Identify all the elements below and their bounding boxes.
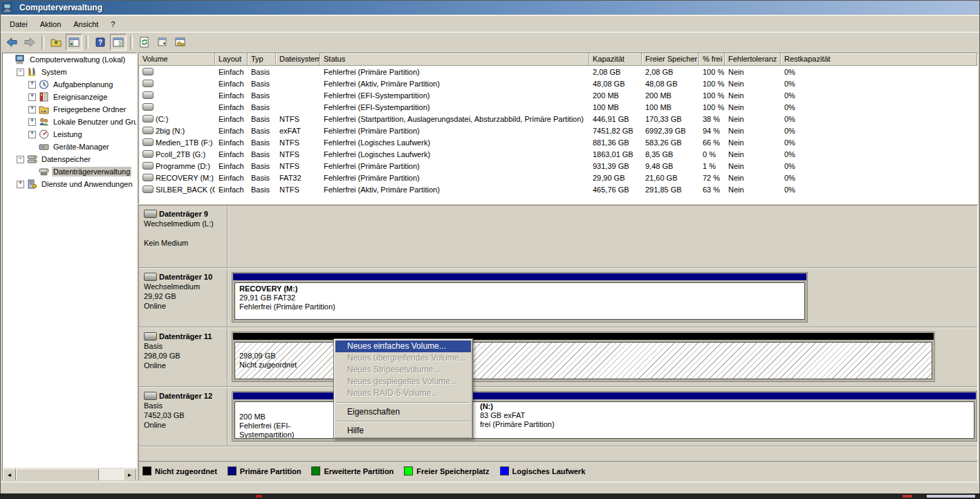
desktop-sliver <box>0 493 980 499</box>
volume-row-recovery-m[interactable]: RECOVERY (M:)EinfachBasisFAT32Fehlerfrei… <box>139 172 977 183</box>
scrollbar-thumb[interactable] <box>16 469 99 481</box>
tree-item-aufgabenplanung[interactable]: +Aufgabenplanung <box>3 78 136 91</box>
volume-row-programme-d[interactable]: Programme (D:)EinfachBasisNTFSFehlerfrei… <box>139 160 977 172</box>
scroll-right-button[interactable]: ► <box>123 469 136 481</box>
help-button[interactable]: ? <box>92 34 109 51</box>
column-header-restkapazit-t[interactable]: Restkapazität <box>781 53 977 66</box>
expand-icon[interactable]: + <box>28 93 36 101</box>
system-icon <box>27 67 37 77</box>
menu-aktion[interactable]: Aktion <box>34 18 68 30</box>
refresh-button[interactable] <box>136 34 153 51</box>
context-menu-neues-stripesetvolume[interactable]: Neues Stripesetvolume... <box>335 364 471 376</box>
column-header-typ[interactable]: Typ <box>248 53 276 66</box>
context-menu-neues-bergreifendes-volume[interactable]: Neues übergreifendes Volume... <box>335 352 471 364</box>
show-action-pane-button[interactable] <box>110 34 127 51</box>
task-scheduler-icon <box>39 80 49 89</box>
column-header-volume[interactable]: Volume <box>139 53 215 66</box>
legend-swatch <box>500 466 509 475</box>
scrollbar-track[interactable] <box>99 469 123 480</box>
volume-icon <box>142 174 154 181</box>
volume-row-2big-n[interactable]: 2big (N:)EinfachBasisexFATFehlerfrei (Pr… <box>139 125 977 136</box>
partition-color-strip <box>233 273 806 280</box>
column-header-dateisystem[interactable]: Dateisystem <box>276 53 320 66</box>
volume-row[interactable]: EinfachBasisFehlerfrei (Primäre Partitio… <box>139 66 977 78</box>
expand-icon[interactable]: + <box>28 118 36 126</box>
tree-item-freigegebene-ordner[interactable]: +Freigegebene Ordner <box>3 103 136 116</box>
forward-button[interactable] <box>21 34 38 51</box>
volume-icon <box>142 91 154 99</box>
disk-11-label[interactable]: Datenträger 11 Basis 298,09 GB Online <box>139 328 228 386</box>
tree-horizontal-scrollbar[interactable]: ◄ ► <box>3 468 136 480</box>
tree-item-computerverwaltung-lokal[interactable]: Computerverwaltung (Lokal) <box>3 53 136 66</box>
volume-row[interactable]: EinfachBasisFehlerfrei (Aktiv, Primäre P… <box>139 78 977 89</box>
tree-item-lokale-benutzer-und-grupp[interactable]: +Lokale Benutzer und Grupp <box>3 116 136 128</box>
event-viewer-icon <box>39 92 49 102</box>
tree-item-ger-te-manager[interactable]: Geräte-Manager <box>3 140 136 153</box>
tree-item-ereignisanzeige[interactable]: +Ereignisanzeige <box>3 91 136 103</box>
disk-10-graph: RECOVERY (M:) 29,91 GB FAT32 Fehlerfrei … <box>228 269 977 327</box>
volume-icon <box>142 150 154 158</box>
desktop-fragment <box>256 495 262 498</box>
context-menu-eigenschaften[interactable]: Eigenschaften <box>335 406 471 418</box>
volume-list-header: VolumeLayoutTypDateisystemStatusKapazitä… <box>139 53 977 66</box>
disk-icon <box>144 273 157 281</box>
menu-separator <box>337 402 470 403</box>
volume-row-silber-back-o[interactable]: SILBER_BACK (O:)EinfachBasisNTFSFehlerfr… <box>139 183 977 195</box>
volume-row-pcoll-2tb-g[interactable]: Pcoll_2TB (G:)EinfachBasisNTFSFehlerfrei… <box>139 148 977 160</box>
tree-item-dienste-und-anwendungen[interactable]: +Dienste und Anwendungen <box>3 178 136 190</box>
device-manager-icon <box>39 142 49 152</box>
context-menu-neues-gespiegeltes-volume[interactable]: Neues gespiegeltes Volume... <box>335 376 471 388</box>
up-one-level-button[interactable] <box>48 34 64 51</box>
tree-item-system[interactable]: −System <box>3 66 136 78</box>
disk-10-bar: RECOVERY (M:) 29,91 GB FAT32 Fehlerfrei … <box>232 272 808 323</box>
tree-item-datentr-gerverwaltung[interactable]: Datenträgerverwaltung <box>3 165 136 178</box>
expand-icon[interactable]: + <box>28 106 36 114</box>
volume-row-c[interactable]: (C:)EinfachBasisNTFSFehlerfrei (Startpar… <box>139 113 977 125</box>
back-button[interactable] <box>3 34 20 51</box>
menu-datei[interactable]: Datei <box>3 18 34 30</box>
column-header-kapazit-t[interactable]: Kapazität <box>589 53 642 66</box>
volume-row[interactable]: EinfachBasisFehlerfrei (EFI-Systempartit… <box>139 89 977 101</box>
expand-icon[interactable]: + <box>17 181 24 188</box>
context-menu-neues-raid-5-volume[interactable]: Neues RAID-5-Volume... <box>335 388 471 399</box>
disk-9-graph[interactable] <box>228 206 977 267</box>
column-header-fehlertoleranz[interactable]: Fehlertoleranz <box>725 53 781 66</box>
computer-management-window: Computerverwaltung DateiAktionAnsicht? ?… <box>0 0 980 495</box>
toolbar-separator <box>86 35 89 49</box>
menu-ansicht[interactable]: Ansicht <box>67 18 104 30</box>
context-menu-hilfe[interactable]: Hilfe <box>335 425 471 437</box>
volume-icon <box>142 103 154 111</box>
disk-row-11: Datenträger 11 Basis 298,09 GB Online 29… <box>139 328 977 388</box>
disk-9-label[interactable]: Datenträger 9 Wechselmedium (L:) Kein Me… <box>139 206 228 267</box>
column-header-freier-speicher[interactable]: Freier Speicher <box>642 53 699 66</box>
console-settings-button[interactable] <box>172 34 189 51</box>
tree-item-leistung[interactable]: +Leistung <box>3 128 136 140</box>
partition-efi-system[interactable]: 200 MB Fehlerfrei (EFI-Systempartition) <box>232 392 342 441</box>
partition-color-strip <box>233 392 341 399</box>
app-icon <box>3 3 13 12</box>
legend-logisches-laufwerk: Logisches Laufwerk <box>500 466 586 475</box>
expand-icon[interactable]: + <box>28 131 36 138</box>
console-tree-panel: Computerverwaltung (Lokal)−System+Aufgab… <box>2 53 137 481</box>
disk-10-label[interactable]: Datenträger 10 Wechselmedium 29,92 GB On… <box>139 269 228 327</box>
collapse-icon[interactable]: − <box>17 156 24 163</box>
volume-row-medien-1tb-f[interactable]: Medien_1TB (F:)EinfachBasisNTFSFehlerfre… <box>139 136 977 148</box>
column-header-frei[interactable]: % frei <box>699 53 725 66</box>
disk-12-label[interactable]: Datenträger 12 Basis 7452,03 GB Online <box>139 388 228 446</box>
desktop-fragment <box>903 495 912 498</box>
show-console-tree-button[interactable] <box>66 34 82 51</box>
disk-icon <box>144 332 157 341</box>
local-users-icon <box>39 117 49 127</box>
tree-item-datenspeicher[interactable]: −Datenspeicher <box>3 153 136 165</box>
collapse-icon[interactable]: − <box>17 69 24 76</box>
properties-button[interactable] <box>154 34 171 51</box>
column-header-layout[interactable]: Layout <box>215 53 248 66</box>
title-bar[interactable]: Computerverwaltung <box>1 1 979 15</box>
volume-row[interactable]: EinfachBasisFehlerfrei (EFI-Systempartit… <box>139 101 977 113</box>
expand-icon[interactable]: + <box>28 81 36 89</box>
menu-item[interactable]: ? <box>104 18 121 30</box>
context-menu-neues-einfaches-volume[interactable]: Neues einfaches Volume... <box>335 341 471 352</box>
partition-recovery-m[interactable]: RECOVERY (M:) 29,91 GB FAT32 Fehlerfrei … <box>232 273 807 322</box>
column-header-status[interactable]: Status <box>320 53 589 66</box>
scroll-left-button[interactable]: ◄ <box>3 469 16 481</box>
